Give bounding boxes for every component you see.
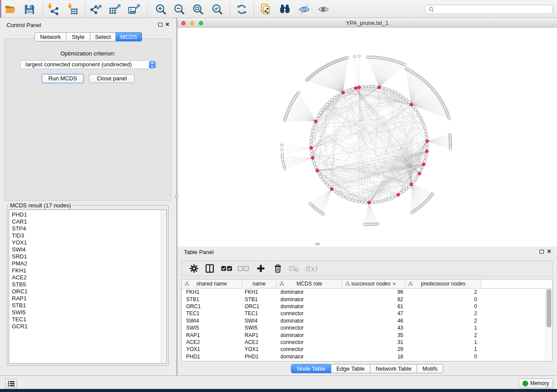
float-window-icon[interactable] bbox=[158, 23, 163, 27]
table-cell: ACE2 bbox=[182, 339, 242, 345]
import-network-icon[interactable] bbox=[47, 3, 59, 15]
table-row[interactable]: STB1STB1dominator620 bbox=[182, 296, 545, 303]
table-cell: 47 bbox=[343, 310, 405, 316]
optimization-criterion-dropdown[interactable]: largest connected component (undirected) bbox=[20, 60, 156, 69]
mcds-result-list[interactable]: PHD1CAR1STP4TID3YOX1SWI4SRD1PMA2FKH1ACE2… bbox=[9, 210, 161, 363]
mcds-result-item[interactable]: TID3 bbox=[12, 232, 161, 239]
select-all-icon[interactable] bbox=[221, 264, 233, 273]
close-panel-icon[interactable]: ✕ bbox=[547, 248, 551, 254]
close-panel-icon[interactable]: ✕ bbox=[165, 21, 170, 28]
hide-graphics-details-icon[interactable] bbox=[298, 3, 310, 15]
table-cell: FKH1 bbox=[182, 289, 242, 295]
refresh-icon[interactable] bbox=[235, 3, 248, 15]
mcds-result-item[interactable]: ACE2 bbox=[12, 274, 161, 281]
mcds-result-item[interactable]: FKH1 bbox=[12, 267, 161, 274]
zoom-out-icon[interactable] bbox=[173, 3, 185, 15]
export-table-icon[interactable] bbox=[109, 3, 121, 15]
network-window-titlebar[interactable]: YPA_prune.txt_1 bbox=[177, 18, 557, 28]
open-icon[interactable] bbox=[4, 3, 16, 15]
add-column-icon[interactable] bbox=[257, 265, 265, 273]
table-cell: connector bbox=[277, 339, 343, 345]
mcds-result-item[interactable]: RAP1 bbox=[12, 295, 161, 302]
panel-splitter-handle[interactable] bbox=[175, 195, 178, 198]
show-graphics-details-icon[interactable] bbox=[317, 3, 329, 15]
mcds-result-item[interactable]: CAR1 bbox=[12, 218, 161, 225]
mcds-result-item[interactable]: ORC1 bbox=[12, 288, 161, 295]
table-row[interactable]: ACE2ACE2connector311 bbox=[182, 339, 545, 346]
mcds-result-item[interactable]: PHD1 bbox=[12, 211, 161, 218]
search-box[interactable] bbox=[425, 5, 553, 14]
share-document-icon[interactable] bbox=[259, 3, 272, 15]
table-cell: 31 bbox=[343, 339, 405, 345]
search-network-icon[interactable] bbox=[279, 3, 291, 15]
table-toolbar: f(x) bbox=[181, 261, 553, 276]
table-row[interactable]: SWI5SWI5connector431 bbox=[182, 324, 545, 331]
export-image-icon[interactable] bbox=[128, 3, 140, 15]
network-graph-canvas[interactable] bbox=[177, 28, 557, 247]
mcds-result-item[interactable]: STP4 bbox=[12, 225, 161, 232]
search-input[interactable] bbox=[436, 7, 541, 13]
float-window-icon[interactable] bbox=[540, 250, 544, 254]
table-cell: YOX1 bbox=[242, 346, 277, 352]
table-row[interactable]: RAP1RAP1dominator352 bbox=[182, 331, 545, 338]
scrollbar-thumb[interactable] bbox=[547, 289, 551, 327]
table-cell: 62 bbox=[343, 296, 405, 303]
mcds-result-item[interactable]: SWI4 bbox=[12, 246, 161, 253]
mcds-result-item[interactable]: SWI5 bbox=[12, 309, 161, 316]
column-header-MCDS-role[interactable]: MCDS role bbox=[277, 279, 343, 289]
table-cell: 35 bbox=[343, 332, 405, 338]
save-icon[interactable] bbox=[23, 3, 35, 15]
tab-mcds[interactable]: MCDS bbox=[116, 32, 142, 41]
table-row[interactable]: YOX1YOX1connector291 bbox=[182, 346, 545, 353]
mcds-result-item[interactable]: GCR1 bbox=[12, 323, 161, 330]
table-row[interactable]: SWI4SWI4dominator462 bbox=[182, 317, 545, 324]
table-cell: dominator bbox=[277, 318, 343, 324]
deselect-all-icon[interactable] bbox=[238, 264, 249, 273]
table-row[interactable]: FKH1FKH1dominator962 bbox=[182, 289, 545, 296]
tab-edge-table[interactable]: Edge Table bbox=[331, 364, 370, 373]
table-row[interactable]: TEC1TEC1connector472 bbox=[182, 310, 545, 317]
network-horizontal-scrollbar[interactable] bbox=[315, 243, 320, 245]
table-row[interactable]: PHD1PHD1dominator180 bbox=[182, 353, 545, 360]
task-history-button[interactable] bbox=[5, 379, 17, 388]
run-mcds-button[interactable]: Run MCDS bbox=[42, 74, 83, 83]
import-table-icon[interactable] bbox=[66, 3, 79, 15]
table-cell: 61 bbox=[343, 303, 405, 309]
memory-button[interactable]: Memory bbox=[519, 378, 553, 388]
tab-select[interactable]: Select bbox=[90, 32, 116, 41]
table-vertical-scrollbar[interactable] bbox=[545, 289, 552, 361]
delete-column-icon[interactable] bbox=[273, 264, 282, 273]
tab-network[interactable]: Network bbox=[35, 32, 66, 41]
close-panel-button[interactable]: Close panel bbox=[89, 74, 135, 83]
export-network-icon[interactable] bbox=[90, 3, 102, 15]
table-tabs: Node TableEdge TableNetwork TableMotifs bbox=[177, 364, 557, 373]
mcds-result-item[interactable]: STB5 bbox=[12, 281, 161, 288]
tab-node-table[interactable]: Node Table bbox=[291, 364, 331, 373]
table-cell: SWI4 bbox=[242, 318, 277, 324]
table-cell: 1 bbox=[405, 346, 481, 352]
control-panel-title: Control Panel bbox=[7, 22, 41, 28]
mcds-result-item[interactable]: PMA2 bbox=[12, 260, 161, 267]
zoom-in-icon[interactable] bbox=[155, 3, 167, 15]
column-header-predecessor-nodes[interactable]: predecessor nodes bbox=[405, 279, 481, 289]
column-header-successor-nodes[interactable]: successor nodes bbox=[343, 279, 405, 289]
zoom-fit-icon[interactable] bbox=[192, 3, 204, 15]
mcds-result-item[interactable]: SRD1 bbox=[12, 253, 161, 260]
mcds-result-item[interactable]: TEC1 bbox=[12, 316, 161, 323]
table-row[interactable]: ORC1ORC1dominator610 bbox=[182, 303, 545, 310]
table-cell: dominator bbox=[277, 289, 343, 295]
settings-gear-icon[interactable] bbox=[190, 264, 199, 273]
table-cell: 18 bbox=[343, 354, 405, 360]
mcds-result-scrollbar[interactable] bbox=[161, 210, 166, 363]
tab-style[interactable]: Style bbox=[66, 32, 90, 41]
zoom-selected-icon[interactable] bbox=[211, 3, 223, 15]
search-icon bbox=[429, 7, 434, 12]
column-header-name[interactable]: name bbox=[242, 279, 277, 289]
tab-motifs[interactable]: Motifs bbox=[417, 364, 443, 373]
table-cell: 0 bbox=[405, 354, 481, 360]
tab-network-table[interactable]: Network Table bbox=[370, 364, 417, 373]
columns-icon[interactable] bbox=[205, 264, 214, 273]
mcds-result-item[interactable]: YOX1 bbox=[12, 239, 161, 246]
column-header-shared-name[interactable]: shared name bbox=[182, 279, 242, 289]
mcds-result-item[interactable]: STB1 bbox=[12, 302, 161, 309]
